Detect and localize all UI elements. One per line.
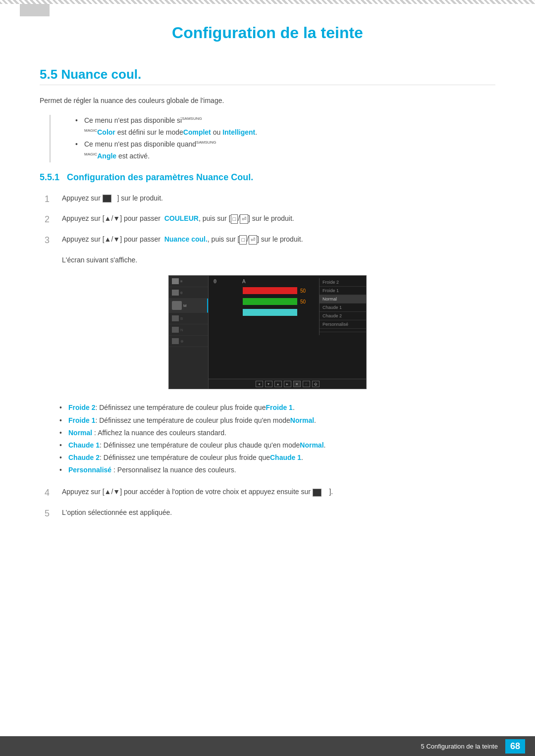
top-left-decoration [20,4,50,16]
screen-image: θ ≡ θ M B [168,275,367,389]
sidebar-icon-active [172,301,182,310]
subsection-title: Configuration des paramètres Nuance Coul… [67,172,253,182]
step-5-number: 5 [45,506,59,521]
sidebar-label-5: ⊕ [180,339,184,344]
icon-enter-step3: ⏎ [249,235,257,245]
section-description: Permet de régler la nuance des couleurs … [40,95,495,106]
bar-red [243,287,297,294]
sidebar-icon-2 [172,290,179,296]
icon-nav-step3: □ [239,235,247,245]
screen-col-title: A [242,279,246,284]
screen-sidebar-item-active: M [169,299,208,313]
color-highlight-1: Color [97,128,115,136]
section-number: 5.5 [40,67,57,82]
footer-page-number: 68 [505,739,525,754]
screen-sidebar-item-4: N [169,324,208,336]
couleur-highlight: COULEUR [164,214,199,222]
sidebar-label-active: M [183,303,187,308]
page-title: Configuration de la teinte [40,24,495,42]
step-4-content: Appuyez sur [▲/▼] pour accéder à l'optio… [62,486,495,497]
step-1-number: 1 [45,192,59,206]
feature-normal: Normal : Affichez la nuance des couleurs… [59,427,495,439]
screen-option-extra2 [320,332,366,335]
icon-menu-step1 [103,195,111,202]
screen-sidebar-item-2: θ [169,287,208,299]
bar-value-1: 50 [300,288,310,294]
mode-intelligent: Intelligent [222,128,255,136]
footer-btn-7: ⏻ [312,381,320,387]
note-item-2: Ce menu n'est pas disponible quandSAMSUN… [75,139,495,162]
screen-option-personnalise: Personnalisé [320,320,366,329]
screen-sidebar-item-3: B [169,313,208,324]
notes-list: Ce menu n'est pas disponible siSAMSUNGMA… [75,115,495,162]
icon-enter-step2: ⏎ [240,214,248,224]
step-5-content: L'option sélectionnée est appliquée. [62,507,495,518]
screen-option-chaude2: Chaude 2 [320,312,366,320]
feature-froide2-label: Froide 2 [68,403,95,411]
color-highlight-2: Angle [97,152,116,160]
step-4: 4 Appuyez sur [▲/▼] pour accéder à l'opt… [45,486,495,500]
sidebar-label-3: B [180,316,183,321]
note-item-1: Ce menu n'est pas disponible siSAMSUNGMA… [75,115,495,139]
feature-chaude1-label: Chaude 1 [68,441,100,449]
step-3-number: 3 [45,233,59,248]
step-2-content: Appuyez sur [▲/▼] pour passer COULEUR, p… [62,213,495,224]
step-3-sub: L'écran suivant s'affiche. [62,254,495,265]
sidebar-label-2: θ [180,291,182,295]
feature-chaude2-label: Chaude 2 [68,454,100,461]
feature-chaude2-ref: Chaude 1 [270,454,301,461]
bar-cyan [243,309,297,316]
step-5: 5 L'option sélectionnée est appliquée. [45,507,495,521]
steps-end-container: 4 Appuyez sur [▲/▼] pour accéder à l'opt… [45,486,495,521]
screen-option-froide1: Froide 1 [320,287,366,295]
section-title: Nuance coul. [61,67,141,82]
screen-container: θ ≡ θ M B [40,275,495,389]
footer-btn-4: ► [284,381,291,387]
step-2: 2 Appuyez sur [▲/▼] pour passer COULEUR,… [45,213,495,227]
section-header: 5.5 Nuance coul. [40,67,495,85]
step-1: 1 Appuyez sur ] sur le produit. [45,193,495,206]
feature-personnalise: Personnalisé : Personnalisez la nuance d… [59,464,495,476]
bar-value-2: 50 [300,299,310,304]
screen-option-froide2: Froide 2 [320,278,366,287]
footer-section-label: 5 Configuration de la teinte [421,743,498,750]
nuance-coul-highlight: Nuance coul. [164,235,208,243]
feature-froide2-ref: Froide 1 [266,403,292,411]
subsection-number: 5.5.1 [40,172,59,182]
step-3-content: Appuyez sur [▲/▼] pour passer Nuance cou… [62,234,495,245]
sidebar-label-4: N [180,328,183,332]
footer-btn-6: ○ [303,381,310,387]
feature-froide1: Froide 1: Définissez une température de … [59,414,495,427]
footer-btn-2: ▼ [265,381,272,387]
feature-chaude1: Chaude 1: Définissez une température de … [59,439,495,452]
steps-container: 1 Appuyez sur ] sur le produit. 2 Appuye… [45,193,495,266]
screen-sidebar-item-1: ≡ [169,276,208,287]
feature-personnalise-label: Personnalisé [68,466,111,474]
step-2-number: 2 [45,212,59,227]
bar-green [243,298,297,305]
sidebar-label-1: ≡ [180,279,183,284]
feature-froide1-ref: Normal [290,416,314,424]
screen-sidebar: ≡ θ M B N [169,276,209,389]
sidebar-icon-4 [172,327,179,333]
feature-list: Froide 2: Définissez une température de … [59,402,495,476]
top-decorative-border [0,0,535,4]
page-footer: 5 Configuration de la teinte 68 [0,736,535,756]
screen-option-normal: Normal [320,295,366,303]
screen-main-area: A 50 50 [211,276,366,379]
feature-chaude2: Chaude 2: Définissez une température de … [59,452,495,464]
step-3: 3 Appuyez sur [▲/▼] pour passer Nuance c… [45,234,495,248]
screen-option-chaude1: Chaude 1 [320,303,366,312]
screen-footer-buttons: ◄ ▼ ▲ ► ■ ○ ⏻ [209,379,366,389]
footer-btn-3: ▲ [274,381,282,387]
screen-options-panel: Froide 2 Froide 1 Normal Chaude 1 Chaude… [319,278,366,335]
feature-chaude1-ref: Normal [300,441,323,449]
sidebar-icon-5 [172,338,179,344]
footer-btn-1: ◄ [256,381,263,387]
step-1-content: Appuyez sur ] sur le produit. [62,193,495,203]
feature-froide1-label: Froide 1 [68,416,95,424]
sidebar-icon-1 [172,278,179,284]
footer-btn-5: ■ [293,381,301,387]
feature-normal-label: Normal [68,429,92,437]
notes-container: Ce menu n'est pas disponible siSAMSUNGMA… [50,115,495,162]
